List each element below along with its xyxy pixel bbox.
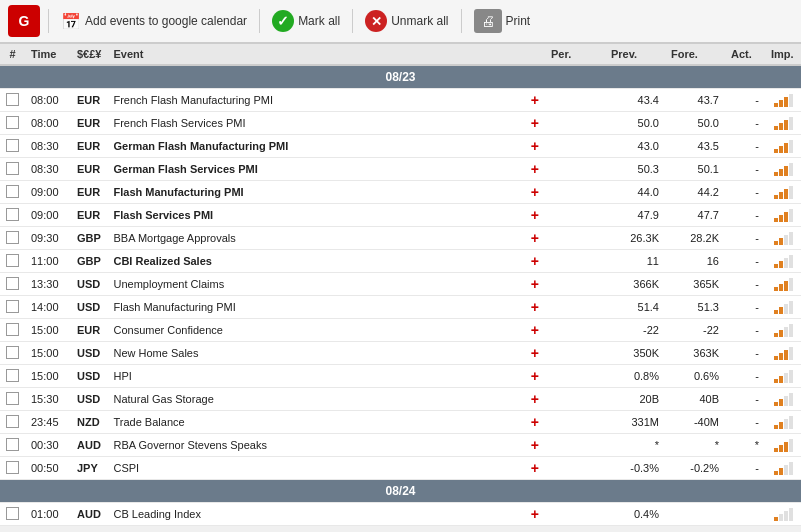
row-add-icon[interactable]: + bbox=[525, 204, 545, 227]
row-forecast bbox=[665, 503, 725, 526]
calendar-icon: 📅 bbox=[61, 12, 81, 31]
row-event[interactable]: RBA Governor Stevens Speaks bbox=[107, 434, 524, 457]
impact-bar bbox=[771, 185, 795, 199]
row-add-icon[interactable]: + bbox=[525, 457, 545, 480]
impact-bar bbox=[771, 93, 795, 107]
row-add-icon[interactable]: + bbox=[525, 181, 545, 204]
print-button[interactable]: 🖨 Print bbox=[470, 7, 535, 35]
row-impact bbox=[765, 181, 801, 204]
impact-bar bbox=[771, 392, 795, 406]
row-event[interactable]: Natural Gas Storage bbox=[107, 388, 524, 411]
add-calendar-button[interactable]: 📅 Add events to google calendar bbox=[57, 10, 251, 33]
row-period bbox=[545, 204, 605, 227]
impact-bar bbox=[771, 438, 795, 452]
row-time: 00:50 bbox=[25, 457, 71, 480]
row-event[interactable]: Flash Services PMI bbox=[107, 204, 524, 227]
row-actual: - bbox=[725, 227, 765, 250]
row-checkbox[interactable] bbox=[6, 323, 19, 336]
row-checkbox[interactable] bbox=[6, 392, 19, 405]
row-add-icon[interactable]: + bbox=[525, 434, 545, 457]
table-row: 15:00EURConsumer Confidence+-22-22- bbox=[0, 319, 801, 342]
col-impact: Imp. bbox=[765, 44, 801, 66]
row-period bbox=[545, 411, 605, 434]
row-checkbox[interactable] bbox=[6, 438, 19, 451]
row-checkbox[interactable] bbox=[6, 116, 19, 129]
impact-bar bbox=[771, 208, 795, 222]
row-event[interactable]: Flash Manufacturing PMI bbox=[107, 181, 524, 204]
row-time: 09:00 bbox=[25, 204, 71, 227]
row-event[interactable]: CSPI bbox=[107, 457, 524, 480]
row-add-icon[interactable]: + bbox=[525, 388, 545, 411]
row-add-icon[interactable]: + bbox=[525, 365, 545, 388]
row-previous: 43.0 bbox=[605, 135, 665, 158]
row-add-icon[interactable]: + bbox=[525, 503, 545, 526]
row-checkbox[interactable] bbox=[6, 507, 19, 520]
row-event[interactable]: CB Leading Index bbox=[107, 503, 524, 526]
row-event[interactable]: Flash Manufacturing PMI bbox=[107, 296, 524, 319]
row-event[interactable]: CBI Realized Sales bbox=[107, 250, 524, 273]
row-currency: GBP bbox=[71, 250, 107, 273]
row-event[interactable]: Consumer Confidence bbox=[107, 319, 524, 342]
row-checkbox[interactable] bbox=[6, 300, 19, 313]
row-currency: USD bbox=[71, 342, 107, 365]
row-forecast: 50.0 bbox=[665, 112, 725, 135]
row-checkbox[interactable] bbox=[6, 231, 19, 244]
row-add-icon[interactable]: + bbox=[525, 319, 545, 342]
impact-bar bbox=[771, 415, 795, 429]
row-event[interactable]: German Flash Manufacturing PMI bbox=[107, 135, 524, 158]
row-checkbox[interactable] bbox=[6, 346, 19, 359]
row-event[interactable]: BBA Mortgage Approvals bbox=[107, 227, 524, 250]
row-impact bbox=[765, 411, 801, 434]
row-checkbox[interactable] bbox=[6, 162, 19, 175]
row-add-icon[interactable]: + bbox=[525, 135, 545, 158]
row-checkbox[interactable] bbox=[6, 139, 19, 152]
row-time: 00:30 bbox=[25, 434, 71, 457]
row-add-icon[interactable]: + bbox=[525, 89, 545, 112]
row-impact bbox=[765, 388, 801, 411]
row-add-icon[interactable]: + bbox=[525, 273, 545, 296]
row-currency: EUR bbox=[71, 204, 107, 227]
row-add-icon[interactable]: + bbox=[525, 227, 545, 250]
row-checkbox[interactable] bbox=[6, 277, 19, 290]
row-event[interactable]: HPI bbox=[107, 365, 524, 388]
row-event[interactable]: Trade Balance bbox=[107, 411, 524, 434]
row-add-icon[interactable]: + bbox=[525, 342, 545, 365]
row-checkbox[interactable] bbox=[6, 369, 19, 382]
row-event[interactable]: German Flash Services PMI bbox=[107, 158, 524, 181]
row-forecast: -40M bbox=[665, 411, 725, 434]
row-event[interactable]: French Flash Services PMI bbox=[107, 112, 524, 135]
row-event[interactable]: French Flash Manufacturing PMI bbox=[107, 89, 524, 112]
row-add-icon[interactable]: + bbox=[525, 250, 545, 273]
row-checkbox[interactable] bbox=[6, 208, 19, 221]
row-checkbox[interactable] bbox=[6, 415, 19, 428]
col-currency: $€£¥ bbox=[71, 44, 107, 66]
row-checkbox[interactable] bbox=[6, 461, 19, 474]
mark-all-button[interactable]: ✓ Mark all bbox=[268, 8, 344, 34]
row-add-icon[interactable]: + bbox=[525, 411, 545, 434]
row-checkbox[interactable] bbox=[6, 93, 19, 106]
table-row: 09:30GBPBBA Mortgage Approvals+26.3K28.2… bbox=[0, 227, 801, 250]
row-impact bbox=[765, 158, 801, 181]
row-event[interactable]: Unemployment Claims bbox=[107, 273, 524, 296]
row-time: 08:30 bbox=[25, 158, 71, 181]
row-impact bbox=[765, 503, 801, 526]
row-add-icon[interactable]: + bbox=[525, 112, 545, 135]
row-actual: - bbox=[725, 158, 765, 181]
row-event[interactable]: New Home Sales bbox=[107, 342, 524, 365]
row-add-icon[interactable]: + bbox=[525, 158, 545, 181]
row-actual: - bbox=[725, 457, 765, 480]
row-actual: - bbox=[725, 250, 765, 273]
unmark-all-button[interactable]: ✕ Unmark all bbox=[361, 8, 452, 34]
row-impact bbox=[765, 319, 801, 342]
row-impact bbox=[765, 342, 801, 365]
print-label: Print bbox=[506, 14, 531, 28]
row-currency: EUR bbox=[71, 89, 107, 112]
table-row: 15:00USDHPI+0.8%0.6%- bbox=[0, 365, 801, 388]
row-impact bbox=[765, 434, 801, 457]
row-impact bbox=[765, 227, 801, 250]
row-checkbox[interactable] bbox=[6, 185, 19, 198]
row-forecast: 28.2K bbox=[665, 227, 725, 250]
row-add-icon[interactable]: + bbox=[525, 296, 545, 319]
row-checkbox[interactable] bbox=[6, 254, 19, 267]
separator-4 bbox=[461, 9, 462, 33]
